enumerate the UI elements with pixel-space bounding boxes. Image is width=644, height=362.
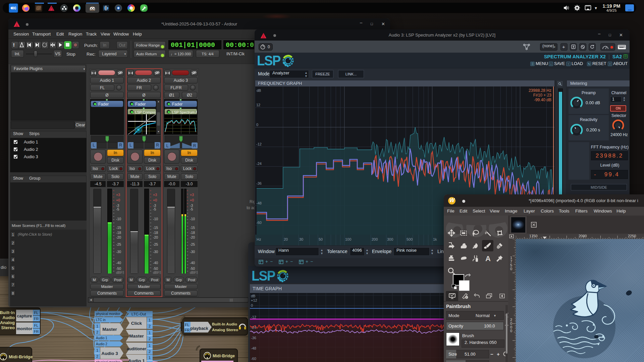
svg-text:+0: +0	[153, 198, 157, 202]
svg-text:Analog: Analog	[0, 320, 15, 325]
svg-text:-20: -20	[153, 235, 158, 239]
svg-text:FL: FL	[34, 323, 39, 327]
svg-text:-5: -5	[153, 207, 156, 211]
svg-text:-25: -25	[153, 242, 158, 246]
svg-text:-50: -50	[116, 266, 121, 270]
svg-text:-30: -30	[190, 250, 195, 254]
svg-text:-50: -50	[190, 266, 195, 270]
svg-text:playback: playback	[190, 326, 208, 331]
svg-text:-40: -40	[116, 261, 121, 265]
svg-text:-20: -20	[116, 235, 121, 239]
svg-text:FR: FR	[34, 317, 39, 321]
svg-text:2: 2	[149, 350, 151, 354]
svg-text:1: 1	[149, 318, 151, 322]
svg-text:Master: Master	[129, 334, 144, 339]
svg-text:-50: -50	[153, 266, 158, 270]
svg-text:monitor: monitor	[17, 326, 33, 331]
svg-text:LTC in: LTC in	[96, 318, 106, 322]
svg-text:-15: -15	[190, 226, 195, 230]
svg-text:-5: -5	[190, 207, 193, 211]
svg-text:-15: -15	[153, 226, 158, 230]
svg-text:Stereo: Stereo	[1, 325, 15, 330]
svg-text:FL: FL	[185, 323, 190, 327]
svg-text:-40: -40	[153, 261, 158, 265]
svg-text:-18: -18	[116, 231, 121, 235]
svg-text:2: 2	[96, 330, 98, 334]
svg-text:auditioner: auditioner	[127, 347, 146, 351]
svg-text:2000: 2000	[579, 234, 587, 238]
svg-text:Analog Stereo: Analog Stereo	[212, 328, 238, 332]
svg-text:2: 2	[149, 337, 151, 341]
svg-text:1: 1	[149, 331, 151, 335]
svg-text:2: 2	[96, 354, 98, 358]
svg-text:Audio 3: Audio 3	[101, 351, 118, 356]
svg-text:-10: -10	[116, 217, 121, 221]
svg-text:-5: -5	[116, 207, 119, 211]
svg-text:Audio 2: Audio 2	[96, 342, 107, 346]
svg-text:-30: -30	[153, 250, 158, 254]
svg-text:2: 2	[149, 324, 151, 328]
svg-text:-18: -18	[153, 231, 158, 235]
svg-text:i: i	[466, 296, 467, 299]
svg-text:Audio 1: Audio 1	[128, 358, 145, 362]
svg-text:-25: -25	[116, 242, 121, 246]
svg-text:1: 1	[96, 324, 98, 328]
svg-text:L: L	[166, 143, 169, 148]
svg-text:-20: -20	[190, 235, 195, 239]
svg-text:LTC-Out: LTC-Out	[131, 312, 146, 316]
svg-text:FL: FL	[34, 311, 39, 315]
svg-text:0: 0	[510, 329, 512, 333]
svg-text:A: A	[485, 254, 491, 262]
svg-text:R: R	[193, 143, 196, 148]
svg-text:FR: FR	[184, 328, 190, 332]
svg-text:Midi-Bridge: Midi-Bridge	[213, 354, 235, 358]
svg-text:Master: Master	[102, 327, 117, 332]
svg-text:physical monitor: physical monitor	[96, 360, 120, 362]
svg-text:-18: -18	[190, 231, 195, 235]
svg-text:dBFS: dBFS	[190, 270, 198, 274]
svg-text:-40: -40	[190, 261, 195, 265]
svg-text:Built-In Audio: Built-In Audio	[212, 322, 237, 326]
svg-text:1: 1	[96, 348, 98, 352]
svg-text:LSP: LSP	[252, 268, 275, 283]
svg-text:+0: +0	[116, 198, 120, 202]
svg-text:+0: +0	[190, 198, 194, 202]
svg-text:-10: -10	[190, 217, 195, 221]
svg-text:+3: +3	[190, 193, 194, 197]
svg-text:FR: FR	[34, 329, 39, 334]
svg-text:-25: -25	[190, 242, 195, 246]
svg-text:dBFS: dBFS	[116, 270, 124, 274]
svg-text:Audio 1: Audio 1	[96, 336, 107, 340]
svg-text:1750: 1750	[529, 234, 537, 238]
svg-text:+3: +3	[116, 193, 120, 197]
svg-text:Midi-Bridge: Midi-Bridge	[9, 354, 33, 359]
svg-text:-30: -30	[116, 250, 121, 254]
svg-text:Audio: Audio	[2, 315, 15, 320]
svg-text:Built-In: Built-In	[0, 310, 15, 315]
svg-text:2250: 2250	[628, 234, 636, 238]
svg-text:-15: -15	[116, 226, 121, 230]
svg-text:Click: Click	[131, 321, 142, 326]
svg-text:0: 0	[510, 267, 512, 271]
svg-text:+3: +3	[153, 193, 157, 197]
svg-text:-10: -10	[153, 217, 158, 221]
svg-text:1: 1	[149, 356, 151, 360]
svg-text:dBFS: dBFS	[153, 270, 161, 274]
svg-text:LSP: LSP	[257, 53, 281, 68]
svg-text:capture: capture	[17, 314, 32, 318]
svg-text:1: 1	[149, 344, 151, 348]
svg-text:physical monitor: physical monitor	[96, 312, 120, 316]
